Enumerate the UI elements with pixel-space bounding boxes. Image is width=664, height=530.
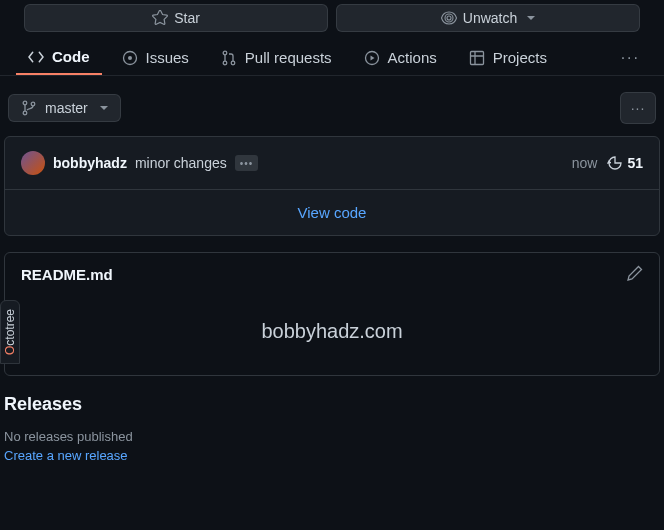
latest-commit[interactable]: bobbyhadz minor changes ••• now 51: [5, 137, 659, 189]
commit-count: 51: [627, 155, 643, 171]
repo-tabs: Code Issues Pull requests Actions Projec…: [0, 40, 664, 76]
releases-empty: No releases published: [4, 429, 660, 444]
commit-message[interactable]: minor changes: [135, 155, 227, 171]
commit-history[interactable]: 51: [607, 155, 643, 171]
caret-down-icon: [100, 106, 108, 110]
svg-point-7: [23, 101, 27, 105]
octotree-rest: ctotree: [3, 309, 17, 346]
star-icon: [152, 10, 168, 26]
tab-more[interactable]: ···: [613, 41, 648, 75]
unwatch-button[interactable]: Unwatch: [336, 4, 640, 32]
code-icon: [28, 49, 44, 65]
readme-heading: bobbyhadz.com: [5, 296, 659, 375]
commit-box: bobbyhadz minor changes ••• now 51 View …: [4, 136, 660, 236]
svg-point-1: [128, 56, 132, 60]
svg-rect-6: [470, 51, 483, 64]
octotree-o: O: [3, 346, 17, 355]
issues-icon: [122, 50, 138, 66]
caret-down-icon: [527, 16, 535, 20]
eye-icon: [441, 10, 457, 26]
commit-author[interactable]: bobbyhadz: [53, 155, 127, 171]
unwatch-label: Unwatch: [463, 10, 517, 26]
tab-actions[interactable]: Actions: [352, 41, 449, 74]
star-button[interactable]: Star: [24, 4, 328, 32]
svg-point-3: [223, 61, 227, 65]
octotree-tab[interactable]: Octotree: [0, 300, 20, 364]
tab-code[interactable]: Code: [16, 40, 102, 75]
releases-section: Releases No releases published Create a …: [0, 376, 664, 463]
edit-readme-button[interactable]: [627, 265, 643, 284]
avatar[interactable]: [21, 151, 45, 175]
svg-point-8: [23, 111, 27, 115]
tab-code-label: Code: [52, 48, 90, 65]
commit-ellipsis[interactable]: •••: [235, 155, 259, 171]
branch-selector[interactable]: master: [8, 94, 121, 122]
tab-actions-label: Actions: [388, 49, 437, 66]
pencil-icon: [627, 265, 643, 281]
history-icon: [607, 155, 623, 171]
releases-title: Releases: [4, 394, 660, 415]
tab-projects[interactable]: Projects: [457, 41, 559, 74]
star-label: Star: [174, 10, 200, 26]
tab-pulls[interactable]: Pull requests: [209, 41, 344, 74]
pull-request-icon: [221, 50, 237, 66]
branch-name: master: [45, 100, 88, 116]
view-code-link[interactable]: View code: [5, 189, 659, 235]
tab-issues[interactable]: Issues: [110, 41, 201, 74]
svg-point-2: [223, 51, 227, 55]
branch-icon: [21, 100, 37, 116]
readme-box: README.md bobbyhadz.com: [4, 252, 660, 376]
commit-time: now: [572, 155, 598, 171]
repo-actions-kebab[interactable]: ···: [620, 92, 656, 124]
create-release-link[interactable]: Create a new release: [4, 448, 660, 463]
actions-icon: [364, 50, 380, 66]
tab-projects-label: Projects: [493, 49, 547, 66]
projects-icon: [469, 50, 485, 66]
svg-point-4: [231, 61, 235, 65]
tab-issues-label: Issues: [146, 49, 189, 66]
tab-pulls-label: Pull requests: [245, 49, 332, 66]
readme-filename[interactable]: README.md: [21, 266, 113, 283]
svg-point-9: [31, 102, 35, 106]
